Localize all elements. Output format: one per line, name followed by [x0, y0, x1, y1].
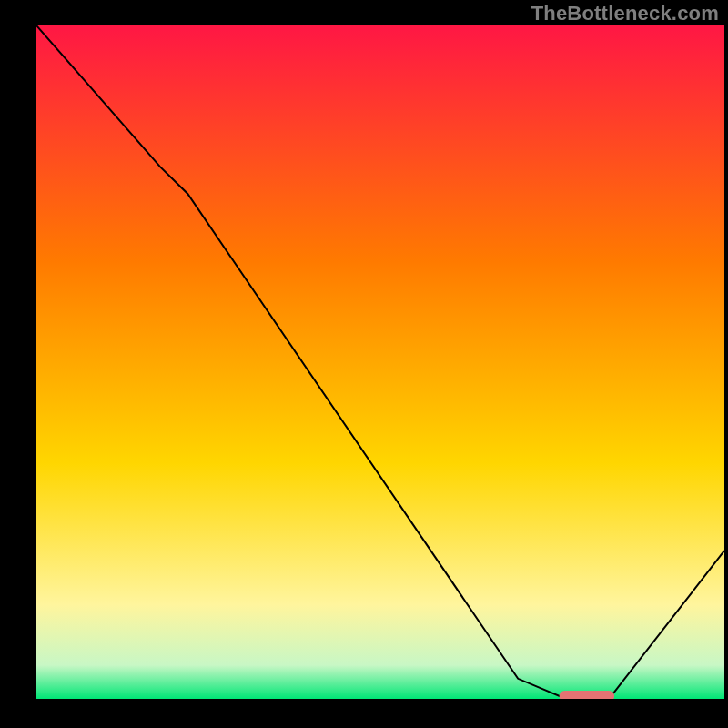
chart-svg	[36, 25, 724, 699]
chart-container: TheBottleneck.com	[0, 0, 728, 728]
plot-area	[36, 25, 724, 699]
attribution-text: TheBottleneck.com	[531, 2, 719, 25]
optimal-range-marker	[560, 691, 615, 699]
background-gradient	[36, 25, 724, 699]
